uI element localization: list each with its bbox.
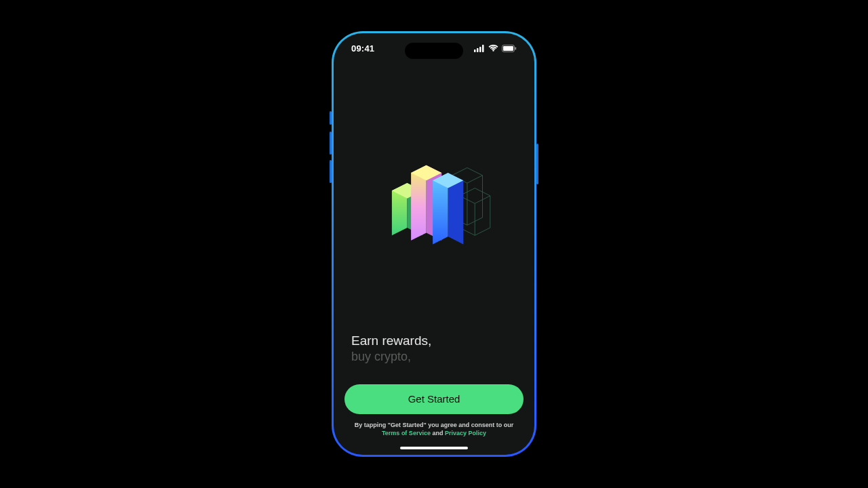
terms-of-service-link[interactable]: Terms of Service bbox=[382, 430, 431, 436]
get-started-button[interactable]: Get Started bbox=[344, 384, 524, 414]
svg-rect-3 bbox=[482, 45, 484, 52]
tagline-block: Earn rewards, buy crypto, bbox=[344, 333, 524, 364]
legal-text: By tapping "Get Started" you agree and c… bbox=[344, 421, 524, 437]
svg-rect-5 bbox=[503, 46, 513, 51]
battery-icon bbox=[502, 45, 517, 52]
privacy-policy-link[interactable]: Privacy Policy bbox=[445, 430, 486, 436]
phone-volume-up-button bbox=[330, 131, 332, 155]
home-indicator[interactable] bbox=[400, 447, 468, 449]
phone-screen: 09:41 bbox=[334, 33, 534, 455]
wifi-icon bbox=[488, 45, 498, 52]
status-indicators bbox=[474, 45, 517, 52]
phone-volume-down-button bbox=[330, 160, 332, 183]
phone-power-button bbox=[536, 144, 538, 184]
stage: 09:41 bbox=[0, 0, 868, 488]
tagline-line-1: Earn rewards, bbox=[351, 333, 524, 348]
status-bar: 09:41 bbox=[334, 33, 534, 63]
svg-rect-1 bbox=[477, 48, 479, 52]
svg-rect-6 bbox=[515, 47, 517, 49]
svg-rect-2 bbox=[479, 47, 481, 52]
svg-rect-0 bbox=[474, 49, 476, 52]
onboarding-content: Earn rewards, buy crypto, Get Started By… bbox=[334, 63, 534, 455]
cellular-icon bbox=[474, 45, 485, 52]
phone-frame: 09:41 bbox=[332, 31, 536, 457]
hero-illustration bbox=[344, 83, 524, 328]
status-time: 09:41 bbox=[351, 43, 374, 54]
legal-prefix: By tapping "Get Started" you agree and c… bbox=[355, 422, 514, 428]
isometric-bars-icon bbox=[370, 151, 498, 260]
phone-mute-switch bbox=[330, 111, 332, 125]
legal-and: and bbox=[431, 430, 445, 436]
tagline-line-2: buy crypto, bbox=[351, 350, 524, 364]
